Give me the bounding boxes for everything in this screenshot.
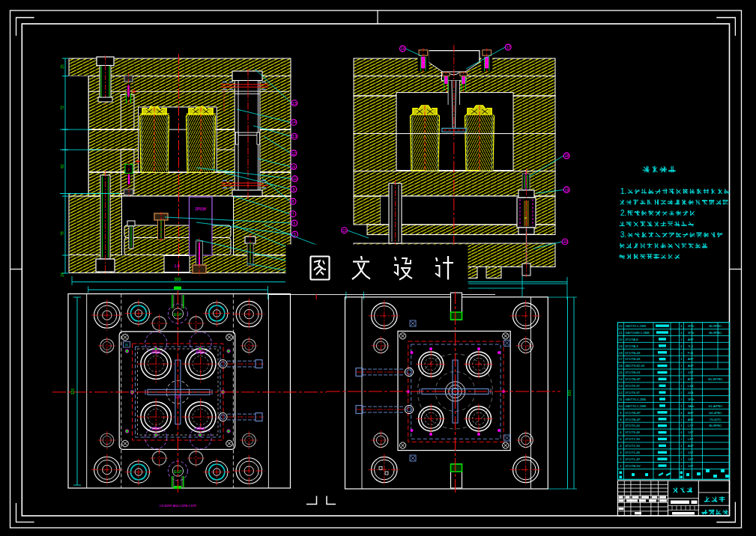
svg-text:PJ4: PJ4 [688,351,694,355]
svg-text:44B: 44B [688,391,694,395]
svg-text:10: 10 [619,404,623,408]
svg-text:J: J [680,398,682,401]
svg-text:5: 5 [294,232,296,237]
svg-text:14P: 14P [688,457,694,461]
svg-text:3T1/T9-48: 3T1/T9-48 [626,430,641,434]
svg-text:3T1/TB-43: 3T1/TB-43 [626,371,641,374]
svg-text:6: 6 [294,221,296,225]
svg-text:14P: 14P [688,451,694,454]
svg-text:78: 78 [60,231,64,236]
svg-text:21: 21 [619,331,623,335]
svg-text:5T1/TB-48: 5T1/TB-48 [626,357,641,361]
svg-text:19: 19 [619,344,623,348]
svg-text:4T1/T1-3V: 4T1/T1-3V [626,437,641,441]
svg-text:L4P: L4P [688,437,694,441]
svg-text:18: 18 [619,351,623,355]
svg-text:72: 72 [60,106,64,110]
svg-text:11: 11 [291,165,295,169]
svg-text:4T1/TA-8: 4T1/TA-8 [626,338,639,341]
svg-text:21: 21 [342,228,347,233]
svg-text:3PJr: 3PJr [688,324,695,328]
svg-text:20: 20 [563,240,567,244]
svg-text:17: 17 [619,357,623,361]
svg-text:5T1/T1-48: 5T1/T1-48 [626,451,641,454]
svg-text:A9P: A9P [688,411,694,415]
svg-text:3PJr: 3PJr [688,331,695,335]
svg-text:B1-89TBC: B1-89TBC [708,377,723,381]
svg-text:3PJr: 3PJr [688,398,695,401]
svg-text:4T1/TA-3: 4T1/TA-3 [626,344,639,348]
svg-text:22: 22 [619,324,623,328]
svg-text:3T1/TB-4P: 3T1/TB-4P [626,418,641,421]
svg-text:12: 12 [619,391,623,395]
svg-text:14P: 14P [688,464,694,468]
svg-text:5T1/TB-49: 5T1/TB-49 [626,351,641,355]
svg-text:5T1/TB-4P: 5T1/TB-4P [626,411,641,415]
svg-text:GB/T70.1-2M6: GB/T70.1-2M6 [626,398,647,401]
svg-text:8: 8 [292,199,294,204]
svg-text:A7P: A7P [688,377,694,381]
svg-text:3T1/TB-3V: 3T1/TB-3V [626,464,641,468]
svg-text:24: 24 [60,272,64,277]
svg-text:3.: 3. [620,231,626,239]
svg-text:7: 7 [292,212,294,216]
svg-text:320: 320 [70,389,75,395]
svg-text:GB/T2089.1-2M8: GB/T2089.1-2M8 [626,331,650,335]
svg-text:19: 19 [564,188,569,192]
svg-text:5T1/TB-4P: 5T1/TB-4P [626,377,641,381]
svg-text:S4-4PBC: S4-4PBC [709,411,722,415]
svg-text:IPP4L: IPP4L [196,427,206,431]
svg-text:18: 18 [564,153,569,158]
svg-text:BL/9PBC: BL/9PBC [709,324,722,328]
svg-text:IP03J: IP03J [151,427,160,431]
svg-text:14: 14 [619,377,623,381]
svg-text:20: 20 [619,338,623,341]
svg-text:A9V: A9V [688,418,694,421]
svg-text:15: 15 [619,371,623,374]
svg-text:L4B: L4B [688,384,694,388]
svg-text:21: 21 [125,343,129,347]
svg-text:4T1/T1-3V: 4T1/T1-3V [626,444,641,448]
svg-text:ZP038: ZP038 [195,207,206,211]
svg-text:11: 11 [619,398,623,401]
svg-text:13: 13 [292,134,297,138]
svg-text:3T1/T9-3T: 3T1/T9-3T [626,391,641,395]
svg-text:9: 9 [293,187,295,192]
svg-text:BL/8PBC: BL/8PBC [709,424,722,427]
svg-text:A9P: A9P [688,357,694,361]
svg-text:A4P: A4P [688,444,694,448]
svg-text:25: 25 [60,64,64,69]
svg-text:GB/T70.1-2M9: GB/T70.1-2M9 [626,324,647,328]
svg-text:17: 17 [506,45,510,49]
svg-text:16: 16 [619,364,623,368]
svg-text:300: 300 [174,277,181,281]
svg-text:330: 330 [567,390,572,397]
svg-text:L1P: L1P [688,424,694,427]
svg-text:1.0: 1.0 [175,264,180,268]
svg-text:A9P: A9P [688,338,694,341]
svg-text:A4P: A4P [688,364,694,368]
svg-text:14P: 14P [688,371,694,374]
svg-text:1.: 1. [620,187,626,195]
svg-text:GB/T70.1-2M8: GB/T70.1-2M8 [626,404,647,408]
svg-text:12: 12 [291,151,296,156]
svg-text:10: 10 [293,177,297,181]
svg-text:16: 16 [401,46,405,51]
svg-text:15: 15 [292,101,297,106]
svg-text:3T1/T1-4P: 3T1/T1-4P [626,457,641,461]
svg-text:3T1/T9-3T: 3T1/T9-3T [626,384,641,388]
svg-text:J: J [680,338,682,341]
svg-text:BL/9PBC: BL/9PBC [709,331,722,335]
svg-text:2.: 2. [620,209,626,217]
svg-text:IP020: IP020 [151,350,160,354]
svg-text:CX-B297-A34-C37B-C379: CX-B297-A34-C37B-C379 [159,504,196,508]
svg-text:14: 14 [291,120,296,124]
svg-text:J: J [680,351,682,355]
svg-text:14P: 14P [688,430,694,434]
svg-text:79-42TC: 79-42TC [710,418,722,421]
svg-text:4B1/T9-82-43: 4B1/T9-82-43 [626,364,645,368]
svg-text:7LJ: 7LJ [688,344,693,348]
svg-text:62: 62 [60,164,64,168]
svg-text:IP021: IP021 [196,350,205,354]
svg-text:3AJr: 3AJr [688,404,695,408]
